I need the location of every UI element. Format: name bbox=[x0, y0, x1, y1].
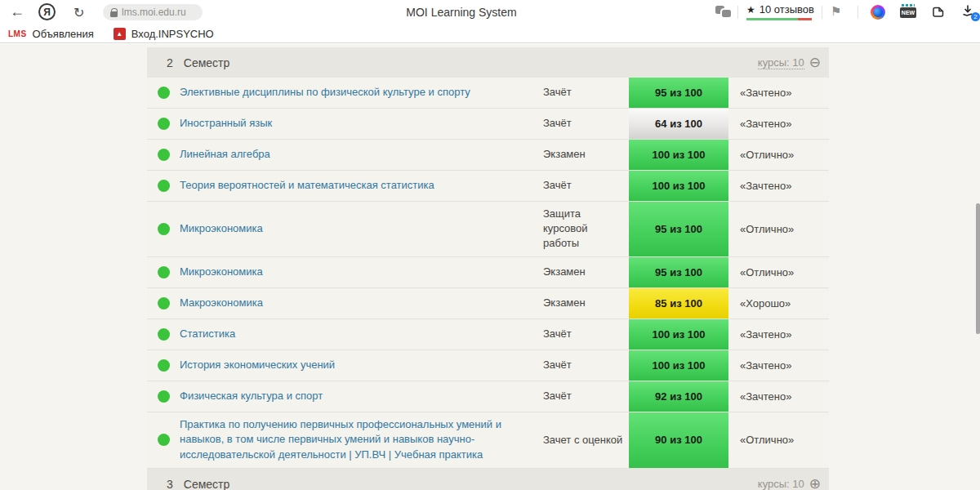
grade-cell: «Хорошо» bbox=[728, 288, 829, 318]
bookmark-item-inpsycho[interactable]: ▲ Вход.INPSYCHO bbox=[114, 28, 214, 40]
course-link[interactable]: Линейная алгебра bbox=[180, 147, 270, 163]
course-link[interactable]: Теория вероятностей и математическая ста… bbox=[180, 178, 434, 194]
score-badge: 95 из 100 bbox=[629, 257, 728, 287]
assessment-type-label: Защита курсовой работы bbox=[543, 207, 626, 252]
score-value: 100 из 100 bbox=[652, 180, 705, 192]
status-dot-icon bbox=[158, 390, 170, 403]
course-row: Иностранный язык Зачёт 64 из 100 «Зачтен… bbox=[147, 109, 829, 140]
assessment-type-cell: Экзамен bbox=[543, 257, 629, 287]
course-link[interactable]: Элективные дисциплины по физической куль… bbox=[180, 85, 470, 100]
assessment-type-cell: Зачёт bbox=[543, 78, 629, 108]
grade-label: «Хорошо» bbox=[740, 297, 791, 310]
assessment-type-label: Экзамен bbox=[543, 265, 586, 279]
status-dot-icon bbox=[158, 180, 170, 192]
course-link[interactable]: Иностранный язык bbox=[180, 116, 272, 131]
lms-gradebook-page: 2 Семестр курсы: 10 ⊖ Элективные дисципл… bbox=[0, 44, 980, 490]
grade-label: «Зачтено» bbox=[740, 118, 791, 130]
bookmark-label: Объявления bbox=[33, 28, 94, 40]
bookmark-label: Вход.INPSYCHO bbox=[131, 28, 214, 40]
downloads-count-badge: 2 bbox=[971, 12, 980, 21]
status-dot-icon bbox=[158, 328, 170, 341]
assessment-type-label: Зачёт bbox=[543, 389, 572, 403]
course-link[interactable]: Статистика bbox=[180, 327, 235, 342]
expand-semester-button[interactable]: ⊕ bbox=[809, 477, 821, 490]
grade-label: «Зачтено» bbox=[740, 359, 791, 372]
score-value: 92 из 100 bbox=[655, 390, 702, 403]
course-link[interactable]: История экономических учений bbox=[180, 358, 335, 373]
score-value: 90 из 100 bbox=[655, 434, 702, 446]
tag-extension-icon[interactable] bbox=[931, 5, 946, 20]
browser-toolbar: ← Я ↻ lms.moi.edu.ru MOI Learning System… bbox=[0, 0, 980, 24]
grade-cell: «Зачтено» bbox=[728, 171, 829, 201]
course-row: Микроэкономика Защита курсовой работы 95… bbox=[147, 202, 829, 257]
scrollbar-thumb[interactable] bbox=[976, 203, 980, 334]
course-link[interactable]: Практика по получению первичных професси… bbox=[180, 417, 533, 464]
course-name-cell: История экономических учений bbox=[180, 350, 543, 381]
grade-cell: «Отлично» bbox=[728, 412, 829, 469]
status-dot-icon bbox=[158, 359, 170, 372]
semester-number: 3 bbox=[167, 478, 173, 490]
assessment-type-label: Экзамен bbox=[543, 296, 586, 310]
assessment-type-cell: Экзамен bbox=[543, 288, 629, 318]
courses-count-link[interactable]: курсы: 10 bbox=[758, 478, 804, 490]
collapse-semester-button[interactable]: ⊖ bbox=[809, 56, 821, 69]
semester-number: 2 bbox=[167, 56, 173, 69]
course-name-cell: Иностранный язык bbox=[180, 109, 543, 139]
assessment-type-cell: Защита курсовой работы bbox=[543, 202, 629, 256]
star-icon: ★ bbox=[746, 4, 755, 16]
status-dot-icon bbox=[158, 266, 170, 278]
new-icon-marquee bbox=[902, 4, 915, 7]
course-status-cell bbox=[147, 257, 180, 287]
score-badge: 100 из 100 bbox=[629, 350, 728, 381]
course-status-cell bbox=[147, 381, 180, 412]
course-status-cell bbox=[147, 412, 180, 469]
screen: ← Я ↻ lms.moi.edu.ru MOI Learning System… bbox=[0, 0, 980, 490]
bookmarks-bar: LMS Объявления ▲ Вход.INPSYCHO bbox=[0, 24, 980, 43]
feedback-bubbles-icon[interactable] bbox=[715, 6, 731, 19]
status-dot-icon bbox=[158, 149, 170, 161]
course-status-cell bbox=[147, 109, 180, 139]
course-link[interactable]: Физическая культура и спорт bbox=[180, 389, 323, 404]
score-badge: 85 из 100 bbox=[629, 288, 728, 318]
course-row: Элективные дисциплины по физической куль… bbox=[147, 78, 829, 109]
assessment-type-cell: Зачёт bbox=[543, 319, 629, 350]
course-link[interactable]: Макроэкономика bbox=[180, 296, 263, 311]
course-name-cell: Макроэкономика bbox=[180, 288, 543, 318]
bookmark-item-announcements[interactable]: LMS Объявления bbox=[8, 28, 94, 40]
course-link[interactable]: Микроэкономика bbox=[180, 221, 263, 237]
course-row: Макроэкономика Экзамен 85 из 100 «Хорошо… bbox=[147, 288, 829, 319]
toolbar-divider bbox=[737, 6, 738, 19]
extension-orb-icon[interactable] bbox=[871, 5, 885, 20]
course-status-cell bbox=[147, 140, 180, 170]
score-value: 95 из 100 bbox=[655, 87, 702, 99]
course-name-cell: Практика по получению первичных професси… bbox=[180, 412, 543, 469]
site-reviews-button[interactable]: ★ 10 отзывов bbox=[746, 3, 814, 20]
new-extension-icon[interactable]: NEW bbox=[900, 4, 916, 18]
grade-cell: «Зачтено» bbox=[728, 109, 829, 139]
status-dot-icon bbox=[158, 223, 170, 235]
bookmark-flag-icon[interactable]: ⚑ bbox=[831, 4, 841, 19]
assessment-type-cell: Зачёт bbox=[543, 381, 629, 412]
grade-label: «Зачтено» bbox=[740, 390, 791, 403]
assessment-type-cell: Зачёт bbox=[543, 171, 629, 201]
lms-favicon: LMS bbox=[8, 29, 27, 38]
status-dot-icon bbox=[158, 118, 170, 130]
assessment-type-cell: Зачет с оценкой bbox=[543, 412, 629, 469]
grade-label: «Зачтено» bbox=[740, 328, 791, 341]
course-row: Практика по получению первичных професси… bbox=[147, 412, 829, 470]
assessment-type-cell: Зачёт bbox=[543, 109, 629, 139]
grade-label: «Отлично» bbox=[740, 149, 794, 161]
rating-negative-segment bbox=[798, 18, 812, 20]
score-badge: 95 из 100 bbox=[629, 202, 728, 256]
semester-grades-table: 2 Семестр курсы: 10 ⊖ Элективные дисципл… bbox=[147, 47, 829, 490]
score-value: 100 из 100 bbox=[652, 359, 705, 372]
course-status-cell bbox=[147, 78, 180, 108]
course-link[interactable]: Микроэкономика bbox=[180, 265, 263, 280]
downloads-icon[interactable]: 2 bbox=[961, 4, 976, 19]
course-name-cell: Линейная алгебра bbox=[180, 140, 543, 170]
course-row: Статистика Зачёт 100 из 100 «Зачтено» bbox=[147, 319, 829, 350]
courses-count-link[interactable]: курсы: 10 bbox=[758, 56, 804, 69]
score-badge: 95 из 100 bbox=[629, 78, 728, 108]
grade-cell: «Зачтено» bbox=[728, 350, 829, 381]
course-row: История экономических учений Зачёт 100 и… bbox=[147, 350, 829, 381]
